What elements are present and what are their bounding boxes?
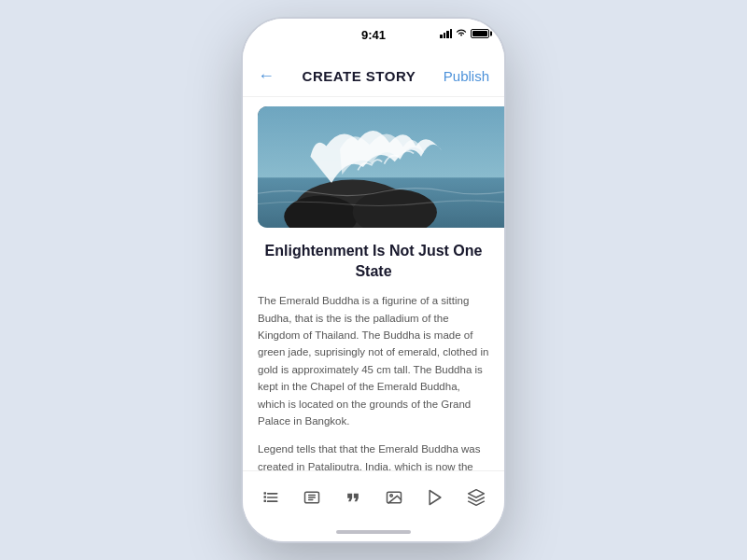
bottom-toolbar	[243, 470, 504, 523]
signal-icon	[440, 29, 452, 38]
battery-icon	[471, 29, 489, 38]
story-body: Enlightenment Is Not Just One State The …	[243, 228, 504, 470]
back-button[interactable]: ←	[258, 66, 275, 86]
story-paragraph-2: Legend tells that that the Emerald Buddh…	[258, 441, 489, 470]
status-icons	[440, 28, 489, 39]
phone-frame: 9:41 ← CREATE STORY Publish	[243, 19, 504, 541]
story-title: Enlightenment Is Not Just One State	[258, 241, 489, 281]
svg-point-16	[390, 494, 393, 497]
list-icon[interactable]	[254, 481, 288, 514]
nav-header: ← CREATE STORY Publish	[243, 56, 504, 97]
video-icon[interactable]	[418, 481, 452, 514]
status-bar: 9:41	[243, 19, 504, 56]
content-area: Enlightenment Is Not Just One State The …	[243, 97, 504, 470]
svg-marker-18	[469, 489, 485, 497]
story-image	[258, 106, 504, 228]
image-icon[interactable]	[377, 481, 411, 514]
publish-button[interactable]: Publish	[444, 68, 489, 84]
wifi-icon	[456, 28, 467, 39]
svg-rect-10	[264, 499, 267, 502]
home-bar	[336, 530, 411, 534]
svg-rect-9	[264, 496, 267, 498]
svg-rect-8	[264, 492, 267, 495]
page-title: CREATE STORY	[303, 68, 416, 84]
home-indicator	[243, 523, 504, 541]
svg-marker-17	[430, 490, 441, 504]
story-paragraph-1: The Emerald Buddha is a figurine of a si…	[258, 292, 489, 429]
quote-icon[interactable]	[336, 481, 370, 514]
layers-icon[interactable]	[459, 481, 493, 514]
status-time: 9:41	[361, 28, 386, 42]
text-box-icon[interactable]	[295, 481, 329, 514]
